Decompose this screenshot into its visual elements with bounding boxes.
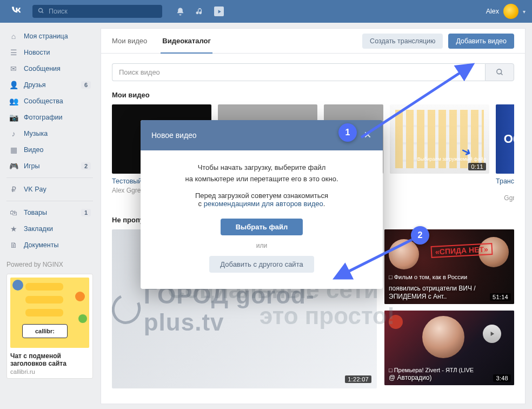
modal-line1: Чтобы начать загрузку, выберите файл xyxy=(156,163,368,171)
modal-or: или xyxy=(156,242,368,249)
modal-close-icon[interactable] xyxy=(363,130,372,141)
modal-line3: Перед загрузкой советуем ознакомиться с … xyxy=(156,192,368,208)
modal-body: Чтобы начать загрузку, выберите файл на … xyxy=(141,150,383,289)
annotation-badge-1: 1 xyxy=(338,123,357,142)
annotation-badge-2: 2 xyxy=(411,226,429,245)
add-from-other-site-button[interactable]: Добавить с другого сайта xyxy=(209,256,314,273)
recommendations-link[interactable]: рекомендациями для авторов видео xyxy=(204,200,323,208)
modal-title: Новое видео xyxy=(151,131,197,140)
choose-file-button[interactable]: Выбрать файл xyxy=(221,219,303,235)
new-video-modal: Новое видео Чтобы начать загрузку, выбер… xyxy=(141,120,383,289)
modal-line2: на компьютере или перетащите его в это о… xyxy=(156,175,368,183)
